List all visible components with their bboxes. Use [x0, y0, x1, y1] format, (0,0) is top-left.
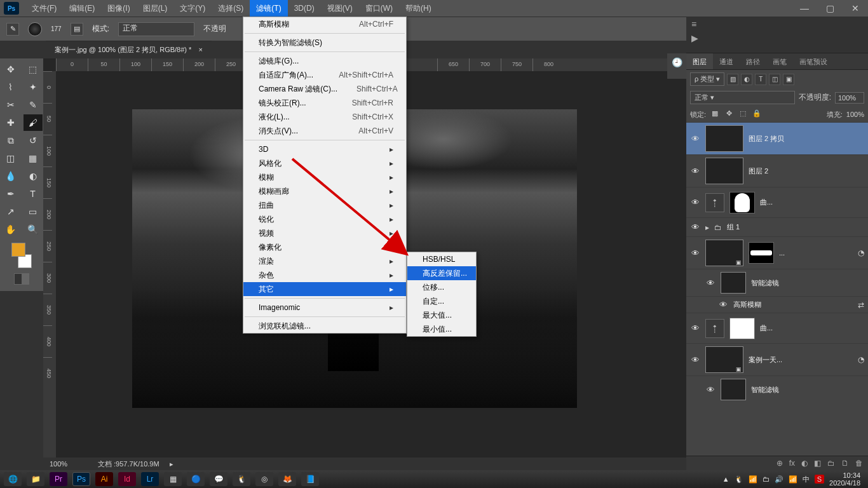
tray-ime-icon[interactable]: 中: [803, 475, 810, 484]
task-app-id[interactable]: Id: [118, 472, 136, 486]
visibility-icon[interactable]: 👁: [705, 385, 715, 395]
layer-thumb[interactable]: [705, 125, 743, 152]
stamp-tool-icon[interactable]: ⧉: [1, 132, 20, 149]
panel-play-icon[interactable]: ▶: [691, 33, 698, 43]
blur-tool-icon[interactable]: 💧: [1, 168, 20, 184]
task-app-pr[interactable]: Pr: [50, 472, 67, 486]
filter-gallery[interactable]: 滤镜库(G)...: [243, 54, 406, 68]
filter-distort[interactable]: 扭曲▸: [243, 198, 406, 212]
visibility-icon[interactable]: 👁: [690, 248, 700, 258]
layer-name[interactable]: 曲...: [760, 323, 864, 333]
brush-panel-icon[interactable]: ▤: [71, 23, 83, 36]
quickmask-toggle[interactable]: [14, 273, 29, 285]
color-swatches[interactable]: [9, 243, 34, 268]
filter-render[interactable]: 渲染▸: [243, 254, 406, 268]
group-icon[interactable]: 🗀: [827, 459, 835, 468]
layer-name[interactable]: 曲...: [760, 198, 864, 207]
fg-color-swatch[interactable]: [11, 243, 25, 257]
menu-filter[interactable]: 滤镜(T): [250, 0, 287, 17]
sub-min[interactable]: 最小值...: [407, 322, 476, 336]
zoom-tool-icon[interactable]: 🔍: [24, 221, 43, 238]
path-tool-icon[interactable]: ↗: [1, 203, 20, 220]
lasso-tool-icon[interactable]: ⌇: [1, 79, 20, 95]
tray-volume-icon[interactable]: 🔊: [775, 475, 783, 484]
patch-tool-icon[interactable]: ✚: [1, 114, 20, 131]
move-tool-icon[interactable]: ✥: [1, 61, 20, 78]
layer-name[interactable]: 高斯模糊: [733, 300, 853, 309]
filter-sharpen[interactable]: 锐化▸: [243, 212, 406, 226]
link-layers-icon[interactable]: ⊕: [776, 459, 783, 468]
dodge-tool-icon[interactable]: ◐: [24, 168, 43, 184]
filter-browse[interactable]: 浏览联机滤镜...: [243, 319, 406, 333]
visibility-icon[interactable]: 👁: [690, 166, 700, 176]
minimize-button[interactable]: ―: [792, 3, 817, 13]
menu-view[interactable]: 视图(V): [321, 0, 359, 17]
filter-vanish[interactable]: 消失点(V)...Alt+Ctrl+V: [243, 124, 406, 138]
eraser-tool-icon[interactable]: ◫: [1, 150, 20, 166]
layer-row[interactable]: 👁 ⭫ 曲...: [686, 187, 868, 217]
tray-icon[interactable]: 📶: [749, 475, 757, 484]
gradient-tool-icon[interactable]: ▦: [24, 150, 43, 166]
layer-smartfilter-row[interactable]: 👁 智能滤镜: [686, 376, 868, 403]
layer-name[interactable]: 图层 2: [749, 166, 864, 176]
clock[interactable]: 10:34 2020/4/18: [829, 471, 864, 487]
sub-custom[interactable]: 自定...: [407, 294, 476, 308]
panel-menu-icon[interactable]: ≡: [691, 19, 696, 29]
shape-tool-icon[interactable]: ▭: [24, 203, 43, 220]
sub-hsb[interactable]: HSB/HSL: [407, 252, 476, 266]
filter-mask-thumb[interactable]: [721, 379, 746, 400]
task-app[interactable]: 🌐: [4, 472, 22, 486]
layer-smartfilter-row[interactable]: 👁 智能滤镜: [686, 269, 868, 296]
layer-row[interactable]: 👁 ▣ 案例一天... ◔: [686, 343, 868, 376]
new-layer-icon[interactable]: 🗋: [841, 459, 849, 468]
menu-image[interactable]: 图像(I): [101, 0, 136, 17]
tab-layers[interactable]: 图层: [686, 53, 713, 69]
tray-icon[interactable]: 🐧: [735, 475, 743, 484]
brush-preview-icon[interactable]: [28, 22, 42, 36]
layer-group-row[interactable]: 👁 ▸ 🗀 组 1: [686, 217, 868, 236]
tray-ime2-icon[interactable]: S: [815, 475, 824, 484]
visibility-icon[interactable]: 👁: [718, 300, 728, 309]
filter-stylize[interactable]: 风格化▸: [243, 156, 406, 170]
tab-channels[interactable]: 通道: [713, 53, 740, 69]
fx-icon[interactable]: fx: [789, 459, 795, 468]
task-app[interactable]: 🔵: [187, 472, 205, 486]
hand-tool-icon[interactable]: ✋: [1, 221, 20, 238]
menu-file[interactable]: 文件(F): [25, 0, 63, 17]
filter-liquify[interactable]: 液化(L)...Shift+Ctrl+X: [243, 110, 406, 124]
task-app-ps[interactable]: Ps: [72, 472, 90, 486]
tab-brush[interactable]: 画笔: [766, 53, 793, 69]
layer-row[interactable]: 👁 ▣ ... ◔: [686, 236, 868, 269]
history-panel-icon[interactable]: 🕘: [672, 57, 682, 67]
tray-network-icon[interactable]: 📶: [789, 475, 797, 484]
filter-noise[interactable]: 杂色▸: [243, 268, 406, 282]
menu-select[interactable]: 选择(S): [212, 0, 250, 17]
filter-camraw[interactable]: Camera Raw 滤镜(C)...Shift+Ctrl+A: [243, 82, 406, 96]
layer-filter-select[interactable]: ρ 类型 ▾: [690, 72, 724, 86]
layer-name[interactable]: ...: [779, 249, 853, 257]
blend-mode-select[interactable]: 正常 ▾: [690, 91, 795, 104]
close-button[interactable]: ✕: [843, 3, 868, 13]
filter-shape-icon[interactable]: ◫: [769, 74, 780, 85]
sub-offset[interactable]: 位移...: [407, 280, 476, 294]
layer-filter-entry[interactable]: 👁 高斯模糊 ⇄: [686, 296, 868, 313]
menu-layer[interactable]: 图层(L): [137, 0, 174, 17]
layer-thumb[interactable]: ▣: [705, 240, 743, 266]
filter-smart-icon[interactable]: ▣: [783, 74, 794, 85]
visibility-icon[interactable]: 👁: [690, 134, 700, 144]
filter-blurgallery[interactable]: 模糊画廊▸: [243, 184, 406, 198]
smart-filter-toggle-icon[interactable]: ◔: [858, 355, 864, 364]
curves-adj-icon[interactable]: ⭫: [705, 319, 724, 338]
filter-blur[interactable]: 模糊▸: [243, 170, 406, 184]
filter-mask-thumb[interactable]: [721, 272, 746, 294]
filter-3d[interactable]: 3D▸: [243, 142, 406, 156]
group-expand-icon[interactable]: ▸: [705, 223, 709, 232]
filter-pixel-icon[interactable]: ▧: [727, 74, 738, 85]
filter-adj-icon[interactable]: ◐: [741, 74, 752, 85]
type-tool-icon[interactable]: T: [24, 186, 43, 202]
zoom-level[interactable]: 100%: [50, 460, 88, 468]
brush-tool-icon[interactable]: 🖌: [24, 114, 43, 131]
filter-type-icon[interactable]: T: [755, 74, 766, 85]
task-app-ai[interactable]: Ai: [95, 472, 113, 486]
filter-lens[interactable]: 镜头校正(R)...Shift+Ctrl+R: [243, 96, 406, 110]
